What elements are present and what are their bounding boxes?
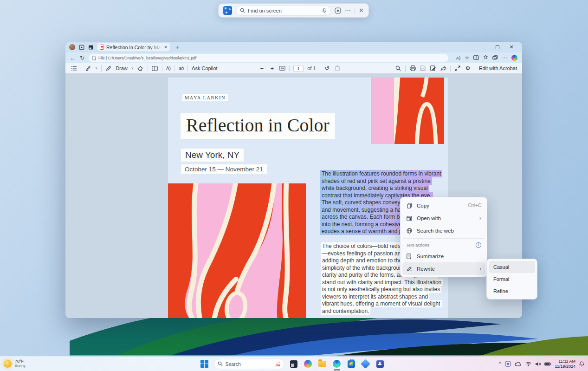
menu-divider — [403, 238, 484, 239]
dev-home-button[interactable] — [361, 359, 371, 369]
eraser-icon[interactable] — [137, 65, 144, 72]
table-of-contents-icon[interactable] — [71, 65, 77, 72]
search-highlights-icon — [274, 361, 281, 367]
collections-icon[interactable] — [483, 55, 488, 61]
share-icon[interactable] — [440, 65, 446, 72]
active-tab[interactable]: Reflection in Color by Maya Larkin ✕ — [97, 43, 170, 52]
read-aloud-icon[interactable]: A) — [456, 56, 461, 60]
find-search-field[interactable]: Find on screen — [236, 6, 331, 16]
exhibit-dates: October 15 — November 21 — [181, 164, 267, 174]
submenu-label: Casual — [493, 264, 509, 270]
page-view-icon[interactable] — [152, 65, 158, 72]
search-document-icon[interactable] — [395, 65, 401, 72]
favorites-icon[interactable]: ☆ — [465, 55, 469, 60]
exhibit-location: New York, NY — [181, 149, 244, 162]
section-label: Text actions — [406, 242, 429, 247]
menu-label: Summarize — [417, 254, 444, 259]
gem-icon — [361, 359, 370, 369]
info-icon[interactable]: i — [476, 242, 481, 248]
submenu-arrow-icon: › — [479, 215, 481, 221]
rewrite-submenu: Casual Formal Refine — [486, 259, 537, 299]
pdf-viewer-area[interactable]: MAYA LARKIN Reflection in Color New York… — [65, 74, 522, 318]
onedrive-cloud-icon[interactable] — [515, 362, 522, 366]
refresh-icon[interactable]: ↻ — [80, 55, 84, 61]
volume-icon[interactable] — [535, 362, 541, 366]
maximize-button[interactable] — [491, 45, 504, 50]
divider — [174, 65, 175, 72]
battery-icon[interactable] — [544, 362, 551, 366]
pdf-settings-gear-icon[interactable]: ⚙ — [465, 65, 471, 72]
draw-pen-icon[interactable] — [105, 65, 112, 72]
submenu-item-casual[interactable]: Casual — [489, 261, 535, 273]
zoom-in-icon[interactable]: + — [269, 65, 275, 72]
search-icon — [218, 361, 223, 366]
context-menu: Copy Ctrl+C Open with › Search the web T… — [400, 197, 487, 277]
menu-item-open-with[interactable]: Open with › — [402, 212, 485, 224]
save-edits-icon[interactable] — [430, 65, 436, 72]
split-screen-icon[interactable] — [473, 55, 479, 61]
close-window-button[interactable]: ✕ — [504, 44, 518, 50]
task-view-button[interactable] — [289, 359, 299, 369]
url-text: File | C:/Users/Onedrive/s_loza/lovegive… — [98, 56, 196, 60]
minimize-button[interactable]: – — [477, 45, 491, 50]
page-number-input[interactable]: 1 — [293, 65, 304, 72]
taskbar-search-box[interactable]: Search — [214, 359, 284, 369]
file-explorer-button[interactable] — [317, 359, 328, 369]
url-field[interactable]: File | C:/Users/Onedrive/s_loza/lovegive… — [89, 54, 448, 62]
edge-copilot-icon[interactable] — [511, 55, 517, 61]
wifi-icon[interactable] — [525, 362, 531, 366]
workspaces-icon[interactable] — [78, 44, 84, 50]
weather-condition: Sunny — [15, 364, 26, 368]
divider — [148, 65, 148, 72]
divider — [162, 65, 162, 72]
taskbar: 78°F Sunny Search ^ — [0, 357, 588, 371]
back-icon[interactable]: ← — [70, 55, 76, 61]
settings-more-icon[interactable]: ⋯ — [502, 55, 507, 60]
submenu-label: Formal — [493, 276, 509, 282]
notification-bell-icon[interactable] — [579, 361, 584, 367]
weather-widget[interactable]: 78°F Sunny — [4, 359, 26, 368]
store-button[interactable] — [346, 359, 356, 369]
menu-item-rewrite[interactable]: Rewrite › — [402, 262, 485, 275]
tray-copilot-icon[interactable] — [505, 361, 511, 367]
menu-item-search-web[interactable]: Search the web — [402, 224, 485, 237]
draw-dropdown-icon[interactable]: ∨ — [131, 66, 134, 70]
menu-item-copy[interactable]: Copy Ctrl+C — [402, 199, 485, 212]
fullscreen-icon[interactable] — [454, 65, 461, 72]
rotate-icon[interactable]: ↺ — [324, 65, 330, 72]
taskbar-center: Search — [200, 359, 385, 369]
microphone-icon[interactable] — [322, 8, 327, 13]
taskbar-clock[interactable]: 11:11 AM 11/19/2024 — [555, 359, 575, 369]
translate-icon[interactable]: ab — [179, 65, 184, 72]
vertical-tabs-icon[interactable] — [88, 44, 94, 50]
more-options-icon[interactable]: ⋯ — [345, 7, 351, 13]
highlighter-dropdown-icon[interactable]: ∨ — [95, 66, 97, 70]
profile-avatar[interactable] — [69, 44, 75, 50]
read-aloud-icon[interactable]: A) — [166, 65, 171, 72]
edit-with-acrobat-button[interactable]: Edit with Acrobat — [479, 65, 517, 71]
zoom-out-icon[interactable]: − — [258, 65, 265, 72]
find-placeholder: Find on screen — [248, 8, 319, 13]
pdf-file-icon — [100, 45, 104, 50]
edge-button[interactable] — [332, 359, 342, 369]
copilot-icon[interactable] — [335, 7, 341, 14]
fit-to-width-icon[interactable] — [279, 65, 285, 72]
browser-essentials-icon[interactable] — [492, 55, 498, 61]
ask-copilot-button[interactable]: Ask Copilot — [192, 65, 218, 71]
submenu-item-formal[interactable]: Formal — [489, 273, 535, 285]
copilot-button[interactable] — [303, 359, 313, 369]
print-icon[interactable] — [409, 65, 416, 72]
start-button[interactable] — [200, 359, 210, 369]
tab-close-icon[interactable]: ✕ — [164, 45, 168, 50]
divider — [355, 7, 355, 14]
tray-chevron-icon[interactable]: ^ — [499, 361, 501, 366]
highlighter-icon[interactable] — [85, 65, 91, 72]
new-tab-button[interactable]: + — [175, 44, 179, 51]
submenu-item-refine[interactable]: Refine — [489, 285, 535, 297]
menu-item-summarize[interactable]: Summarize — [402, 250, 485, 262]
globe-icon — [406, 228, 413, 234]
draw-label[interactable]: Draw — [116, 65, 128, 71]
close-find-bar-icon[interactable]: ✕ — [359, 7, 364, 13]
address-bar-actions: A) ☆ ⋯ — [456, 55, 517, 61]
teams-button[interactable] — [375, 359, 385, 369]
